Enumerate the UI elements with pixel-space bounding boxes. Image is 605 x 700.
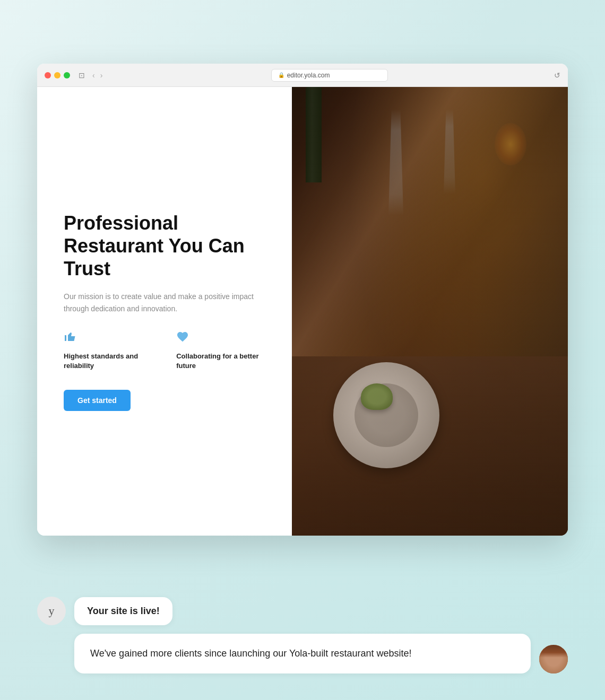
refresh-button[interactable]: ↺ — [554, 71, 560, 80]
page-headline: Professional Restaurant You Can Trust — [64, 212, 265, 281]
chat-row-2: We've gained more clients since launchin… — [37, 634, 568, 673]
sidebar-toggle-icon[interactable]: ⊡ — [79, 71, 85, 80]
user-avatar — [539, 645, 568, 673]
nav-arrows: ‹ › — [90, 70, 105, 81]
left-panel: Professional Restaurant You Can Trust Ou… — [37, 87, 292, 536]
feature-2-label: Collaborating for a better future — [176, 352, 265, 371]
yola-avatar: y — [37, 597, 66, 625]
chat-bubble-1: Your site is live! — [74, 597, 172, 625]
close-button[interactable] — [45, 72, 51, 78]
address-bar-container: 🔒 editor.yola.com — [110, 69, 549, 82]
chat-text-2: We've gained more clients since launchin… — [90, 648, 411, 659]
features-row: Highest standards and reliability Collab… — [64, 330, 265, 371]
restaurant-image — [292, 87, 568, 536]
url-text: editor.yola.com — [287, 72, 330, 79]
thumbsup-icon — [64, 330, 155, 346]
traffic-lights — [45, 72, 70, 78]
subtext: Our mission is to create value and make … — [64, 291, 265, 314]
get-started-button[interactable]: Get started — [64, 390, 131, 411]
avatar-hair — [539, 645, 568, 658]
yola-avatar-letter: y — [49, 604, 55, 618]
browser-window: ⊡ ‹ › 🔒 editor.yola.com ↺ Professional R… — [37, 64, 568, 536]
chat-row-1: y Your site is live! — [37, 597, 568, 625]
chat-text-1: Your site is live! — [87, 606, 160, 616]
avatar-face — [539, 645, 568, 673]
minimize-button[interactable] — [54, 72, 60, 78]
feature-item-2: Collaborating for a better future — [176, 330, 265, 371]
address-bar[interactable]: 🔒 editor.yola.com — [271, 69, 388, 82]
chat-bubble-2: We've gained more clients since launchin… — [74, 634, 531, 673]
feature-1-label: Highest standards and reliability — [64, 352, 155, 371]
page-content: Professional Restaurant You Can Trust Ou… — [37, 87, 568, 536]
right-panel — [292, 87, 568, 536]
feature-item-1: Highest standards and reliability — [64, 330, 155, 371]
lock-icon: 🔒 — [278, 72, 284, 78]
browser-chrome: ⊡ ‹ › 🔒 editor.yola.com ↺ — [37, 64, 568, 87]
fullscreen-button[interactable] — [64, 72, 70, 78]
heart-icon — [176, 330, 265, 346]
image-overlay — [292, 87, 568, 536]
back-button[interactable]: ‹ — [90, 70, 97, 81]
chat-area: y Your site is live! We've gained more c… — [37, 597, 568, 673]
forward-button[interactable]: › — [98, 70, 105, 81]
